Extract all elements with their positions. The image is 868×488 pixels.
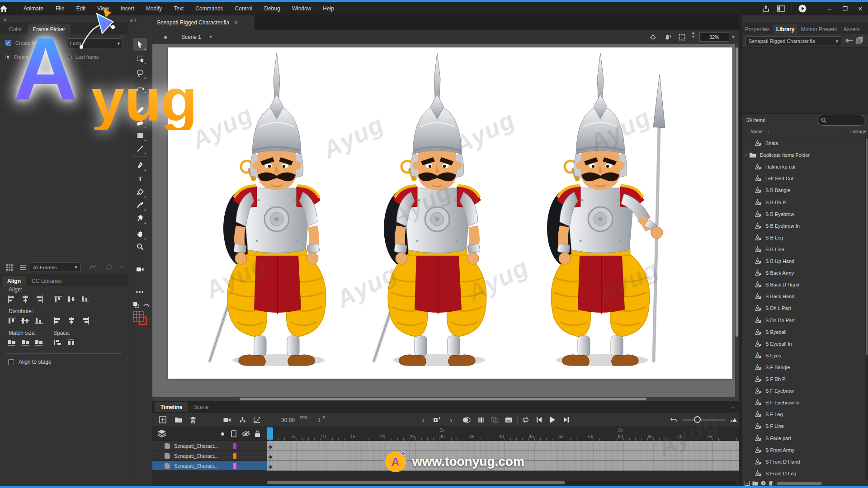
new-folder-icon[interactable] (172, 414, 184, 426)
menu-item-debug[interactable]: Debug (258, 2, 286, 15)
more-tools-icon[interactable]: ••• (133, 286, 147, 298)
fps-value[interactable]: 30.00 (281, 417, 295, 423)
auto-keyframe-icon[interactable]: A (431, 414, 443, 426)
edit-scene-icon[interactable]: ♣ (160, 32, 171, 42)
highlight-column-icon[interactable] (221, 432, 224, 436)
loop-icon[interactable] (519, 414, 531, 426)
match-height-icon[interactable] (20, 338, 31, 347)
close-tab-icon[interactable]: ✕ (234, 19, 238, 26)
minimize-button[interactable]: – (822, 2, 837, 15)
library-item[interactable]: Halmei ka cut (742, 161, 865, 173)
pin-library-icon[interactable] (845, 38, 853, 43)
align-top-icon[interactable] (52, 295, 63, 304)
layer-color-swatch[interactable] (233, 453, 236, 459)
match-width-icon[interactable] (6, 338, 17, 347)
library-item[interactable]: Bhala (742, 137, 865, 149)
play-icon[interactable] (547, 414, 558, 426)
menu-item-commands[interactable]: Commands (189, 2, 229, 15)
library-item[interactable]: S F Leg (742, 408, 865, 420)
layer-row[interactable]: Senapati_Charact... (152, 461, 267, 471)
library-hscroll-thumb[interactable] (777, 482, 822, 485)
list-view-icon[interactable] (17, 262, 29, 273)
asset-sculpt-pin-tool[interactable] (133, 212, 147, 225)
align-left-icon[interactable] (6, 295, 17, 304)
insert-frame-icon[interactable] (503, 414, 514, 426)
timeline-hscroll-thumb[interactable] (267, 481, 565, 484)
clip-content-icon[interactable] (676, 32, 688, 42)
tab-align[interactable]: Align (2, 276, 26, 286)
library-item[interactable]: S B Eyebrow (742, 208, 865, 220)
menu-item-edit[interactable]: Edit (70, 2, 91, 15)
library-item[interactable]: S B Up Hand (742, 255, 865, 267)
library-item[interactable]: S B Line (742, 244, 865, 255)
create-keyframe-checkbox[interactable]: ✓ (5, 40, 11, 46)
tools-panel-handle[interactable]: ≡ 1 (130, 18, 137, 23)
onion-skin-icon[interactable] (461, 414, 472, 426)
home-icon[interactable] (0, 5, 21, 12)
test-movie-icon[interactable] (795, 3, 810, 14)
edit-multiple-frames-icon[interactable] (489, 414, 500, 426)
new-layer-icon[interactable] (157, 414, 169, 426)
stage-grid-color-icon[interactable] (133, 311, 148, 326)
folder-expander-icon[interactable]: › (743, 152, 749, 158)
line-tool[interactable] (133, 142, 147, 155)
app-name[interactable]: Animate (24, 5, 43, 12)
space-horizontal-icon[interactable] (66, 338, 77, 347)
layer-frames[interactable] (267, 441, 739, 451)
distribute-top-icon[interactable] (6, 316, 17, 325)
frame-radio[interactable]: Frame (5, 54, 28, 60)
layer-parenting-icon[interactable] (236, 414, 248, 426)
library-item[interactable]: ›Duplicate Items Folder (742, 149, 865, 161)
library-item[interactable]: S F Line (742, 420, 865, 432)
rotate-stage-icon[interactable] (661, 32, 673, 42)
step-forward-icon[interactable] (560, 414, 572, 426)
tab-timeline[interactable]: Timeline (155, 402, 188, 412)
timeline-zoom-knob[interactable] (694, 416, 701, 423)
selection-tool[interactable] (133, 38, 147, 51)
menu-item-window[interactable]: Window (286, 2, 317, 15)
workspace-layout-icon[interactable] (774, 3, 789, 14)
library-search-input[interactable] (817, 115, 866, 126)
layer-color-swatch[interactable] (233, 443, 236, 449)
library-item[interactable]: S Front Army (742, 444, 865, 456)
scene-name[interactable]: Scene 1 (181, 34, 201, 40)
space-vertical-icon[interactable] (52, 338, 63, 347)
timeline-menu-icon[interactable]: ≡ (731, 404, 735, 410)
layer-row[interactable]: Senapati_Charact... (152, 441, 267, 451)
tab-frame-picker[interactable]: Frame Picker (28, 24, 71, 34)
layer-color-swatch[interactable] (233, 463, 236, 469)
library-item[interactable]: S Front D Hand (742, 456, 865, 468)
step-back-icon[interactable] (533, 414, 545, 426)
scene-chevron-icon[interactable]: ▾ (209, 33, 212, 40)
swap-arrows-icon[interactable] (143, 302, 149, 308)
menu-item-insert[interactable]: Insert (115, 2, 140, 15)
zoom-chevron-icon[interactable]: ▾ (732, 33, 735, 40)
current-frame[interactable]: 1 (318, 417, 321, 423)
stage-artwork[interactable] (168, 47, 732, 379)
delete-layer-icon[interactable] (187, 414, 199, 426)
eraser-tool[interactable] (133, 117, 147, 129)
new-symbol-icon[interactable] (745, 481, 750, 486)
rectangle-tool[interactable] (133, 129, 147, 142)
tab-motion-presets[interactable]: Motion Presets (797, 24, 840, 34)
zoom-stepper[interactable]: ▲▼ (691, 31, 695, 39)
library-item[interactable]: S Face part (742, 432, 865, 444)
library-item[interactable]: S Eyeball (742, 326, 865, 338)
library-item[interactable]: S B Dh P (742, 197, 865, 208)
paint-bucket-tool[interactable] (133, 186, 147, 198)
tab-assets[interactable]: Assets (840, 24, 863, 34)
align-right-icon[interactable] (33, 295, 44, 304)
reset-timeline-zoom-icon[interactable] (668, 414, 679, 426)
library-item[interactable]: S F Eyebrow (742, 385, 865, 397)
align-v-center-icon[interactable] (66, 295, 77, 304)
hand-tool[interactable] (133, 228, 147, 240)
onion-skin-outlines-icon[interactable] (475, 414, 487, 426)
close-button[interactable]: ✕ (853, 2, 868, 15)
new-folder-icon[interactable] (752, 481, 758, 486)
column-linkage[interactable]: Linkage (850, 129, 866, 134)
onion-range-icon[interactable] (116, 262, 127, 272)
onion-skin-outline-icon[interactable] (87, 262, 99, 272)
lasso-tool[interactable] (133, 67, 147, 80)
grid-view-icon[interactable] (4, 262, 15, 273)
camera-tool[interactable] (133, 263, 147, 276)
